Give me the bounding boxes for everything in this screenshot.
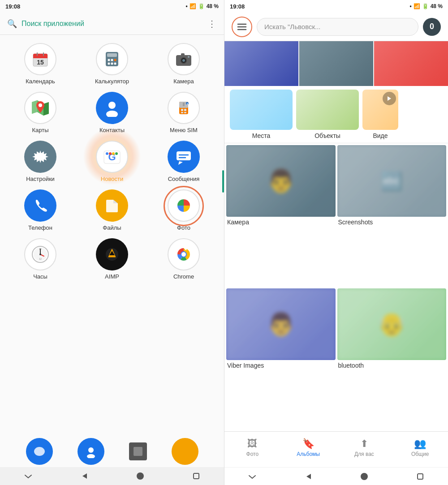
left-battery-icon: 🔋 — [198, 3, 205, 9]
bottom-app-4[interactable] — [172, 438, 198, 465]
svg-point-8 — [108, 59, 110, 61]
svg-point-42 — [115, 152, 118, 155]
svg-rect-30 — [184, 109, 186, 111]
bluetooth-album-thumb: 👴 — [337, 288, 447, 360]
album-viber[interactable]: 👨 Viber Images — [226, 288, 336, 430]
top-photo-2[interactable] — [299, 41, 373, 86]
right-time: 19:08 — [230, 3, 245, 10]
category-objects[interactable]: Объекты — [296, 90, 359, 139]
app-messages[interactable]: Сообщения — [159, 141, 208, 182]
top-photo-1[interactable] — [224, 41, 298, 86]
svg-rect-71 — [418, 474, 423, 479]
svg-point-59 — [181, 252, 186, 257]
aimp-label: AIMP — [105, 273, 119, 280]
left-signal-icon: • — [185, 3, 187, 9]
categories-row: Места Объекты Виде — [224, 90, 448, 139]
nav-photos[interactable]: 🖼 Фото — [224, 438, 280, 457]
app-search-bar[interactable]: 🔍 Поиск приложений ⋮ — [0, 13, 224, 35]
app-chrome[interactable]: Chrome — [159, 238, 208, 280]
svg-rect-2 — [33, 56, 47, 58]
app-camera[interactable]: Камера — [159, 43, 208, 85]
nav-shared[interactable]: 👥 Общие — [392, 438, 448, 457]
back-btn[interactable] — [78, 470, 90, 482]
settings-icon-wrap — [24, 141, 56, 173]
nav-photos-label: Фото — [246, 451, 259, 457]
contacts-icon-wrap — [96, 92, 128, 124]
bottom-partial-row — [0, 436, 224, 467]
home-btn[interactable] — [134, 470, 146, 482]
svg-marker-23 — [43, 102, 49, 116]
app-row-2: Карты Контакты — [0, 88, 224, 137]
album-screenshots[interactable]: 🔤 Screenshots — [337, 145, 447, 287]
app-calendar[interactable]: 15 Календарь — [16, 43, 65, 85]
albums-section: 👨 Камера 🔤 Screenshots 👨 Viber Images 👴 … — [224, 143, 448, 431]
nav-albums[interactable]: 🔖 Альбомы — [280, 438, 336, 457]
svg-point-60 — [88, 447, 94, 453]
category-places[interactable]: Места — [230, 90, 293, 139]
messages-label: Сообщения — [168, 176, 200, 182]
app-row-5: 12 12 Часы AIMP — [0, 235, 224, 283]
photos-search-input[interactable]: Искать "Львовск... — [257, 18, 418, 36]
app-row-4: Телефон Файлы — [0, 186, 224, 235]
app-calculator[interactable]: Калькулятор — [87, 43, 137, 85]
expand-btn[interactable] — [22, 470, 34, 482]
svg-text:12: 12 — [39, 248, 42, 250]
svg-marker-62 — [82, 473, 87, 479]
account-button[interactable]: 0 — [423, 18, 441, 36]
app-row-1: 15 Календарь — [0, 39, 224, 88]
messages-icon-wrap — [168, 141, 200, 173]
right-status-right: • 📶 🔋 48 % — [409, 3, 443, 9]
top-photo-3[interactable] — [374, 41, 448, 86]
app-phone[interactable]: Телефон — [16, 189, 65, 231]
contacts-label: Контакты — [99, 127, 125, 133]
photos-label: Фото — [177, 224, 190, 231]
contacts-svg — [103, 99, 121, 117]
nav-foryou[interactable]: ⬆ Для вас — [336, 438, 392, 457]
hamburger-button[interactable] — [232, 17, 252, 37]
svg-rect-29 — [181, 109, 183, 111]
right-expand-btn[interactable] — [246, 470, 258, 483]
app-files[interactable]: Файлы — [87, 189, 137, 231]
app-news[interactable]: G Новости — [87, 141, 137, 182]
news-icon-wrap: G — [96, 141, 128, 173]
bottom-app-2[interactable] — [78, 438, 104, 465]
app-photos[interactable]: Фото — [159, 189, 208, 231]
objects-thumb — [296, 90, 359, 130]
svg-point-10 — [114, 59, 116, 61]
simcard-svg: ⚙ — [175, 99, 193, 117]
category-video[interactable]: Виде — [362, 90, 398, 139]
app-settings[interactable]: Настройки — [16, 141, 65, 182]
bottom-app-1[interactable] — [26, 438, 53, 465]
app-maps[interactable]: Карты — [16, 92, 65, 133]
svg-rect-33 — [183, 103, 185, 106]
nav-albums-label: Альбомы — [297, 451, 320, 457]
app-aimp[interactable]: AIMP — [87, 238, 137, 280]
app-simcard[interactable]: ⚙ Меню SIM — [159, 92, 208, 133]
svg-rect-18 — [181, 53, 185, 56]
right-back-btn[interactable] — [302, 470, 314, 483]
svg-point-19 — [188, 56, 190, 58]
places-label: Места — [252, 132, 271, 139]
phone-label: Телефон — [28, 224, 52, 231]
app-clock[interactable]: 12 12 Часы — [16, 238, 65, 280]
more-options-icon[interactable]: ⋮ — [207, 18, 217, 29]
news-svg: G — [103, 147, 121, 166]
video-thumb — [362, 90, 398, 130]
right-signal-icon: • — [409, 3, 411, 9]
svg-point-63 — [137, 472, 144, 480]
recents-btn[interactable] — [190, 470, 202, 482]
nav-photos-icon: 🖼 — [247, 438, 257, 450]
album-bluetooth[interactable]: 👴 bluetooth — [337, 288, 447, 430]
chrome-icon-wrap — [168, 238, 200, 270]
photos-icon-wrap — [168, 189, 200, 222]
album-camera[interactable]: 👨 Камера — [226, 145, 336, 287]
right-recents-btn[interactable] — [414, 470, 426, 483]
calculator-svg — [103, 50, 121, 68]
svg-rect-7 — [107, 53, 117, 57]
bottom-app-3[interactable] — [129, 442, 147, 460]
left-status-bar: 19:08 • 📶 🔋 48 % — [0, 0, 224, 13]
right-home-btn[interactable] — [358, 470, 370, 483]
app-contacts[interactable]: Контакты — [87, 92, 137, 133]
nav-albums-icon: 🔖 — [302, 438, 314, 450]
settings-svg — [31, 148, 49, 166]
